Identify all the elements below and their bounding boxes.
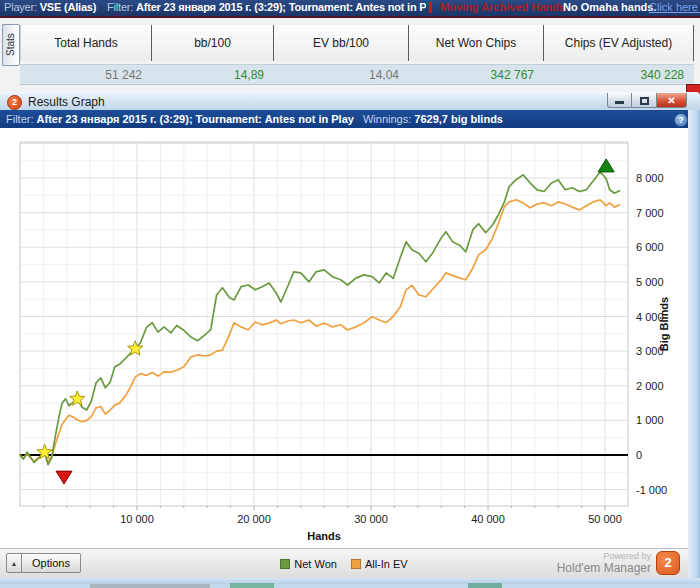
- stat-chips-ev-adjusted: 340 228: [544, 65, 694, 84]
- filter-label: Filter:: [107, 1, 133, 13]
- svg-text:Big Blinds: Big Blinds: [658, 297, 670, 351]
- svg-text:Hands: Hands: [307, 530, 341, 542]
- stats-header-total-hands[interactable]: Total Hands: [20, 25, 152, 61]
- legend-all-in-ev-label: All-In EV: [365, 558, 408, 570]
- svg-text:30 000: 30 000: [354, 513, 388, 525]
- main-window-header: Player: VSE (Alias) Filter: After 23 янв…: [0, 0, 700, 16]
- svg-text:-1 000: -1 000: [636, 484, 667, 496]
- options-button[interactable]: Options: [22, 553, 81, 573]
- powered-by-label: Powered by: [557, 551, 651, 561]
- stats-header-chips-ev-adjusted[interactable]: Chips (EV Adjusted): [544, 25, 694, 61]
- stats-header-bb100[interactable]: bb/100: [152, 25, 274, 61]
- svg-text:8 000: 8 000: [636, 172, 664, 184]
- svg-text:10 000: 10 000: [120, 513, 154, 525]
- stats-header-net-won-chips[interactable]: Net Won Chips: [409, 25, 544, 61]
- graph-bottom-bar: Net Won All-In EV ▲ Options Powered by H…: [0, 548, 688, 579]
- stat-net-won-chips: 342 767: [409, 65, 544, 84]
- graph-filter-value: After 23 января 2015 г. (3:29); Tourname…: [37, 113, 354, 125]
- player-label: Player:: [4, 1, 37, 13]
- player-value: VSE (Alias): [40, 1, 97, 13]
- winnings-value: 7629,7 big blinds: [414, 113, 503, 125]
- winnings-label: Winnings:: [363, 113, 411, 125]
- all-in-ev-swatch-icon: [351, 559, 361, 569]
- svg-text:2 000: 2 000: [636, 380, 664, 392]
- maximize-icon: [640, 97, 649, 105]
- collapse-panel-button[interactable]: ▲: [6, 553, 22, 573]
- warning-text: Moving Archived Hands: [440, 0, 565, 15]
- stats-value-row: 51 242 14,89 14,04 342 767 340 228: [20, 64, 694, 85]
- minimize-icon: [615, 101, 624, 104]
- stats-table: Total Hands bb/100 EV bb/100 Net Won Chi…: [20, 25, 694, 85]
- options-controls: ▲ Options: [6, 553, 81, 573]
- powered-by-block: Powered by Hold'em Manager 2: [557, 551, 680, 575]
- brand-label: Hold'em Manager: [557, 561, 651, 575]
- legend-all-in-ev: All-In EV: [351, 558, 408, 570]
- window-controls: ✕: [607, 93, 687, 108]
- stat-bb100: 14,89: [152, 65, 274, 84]
- stat-ev-bb100: 14,04: [274, 65, 409, 84]
- graph-filter-label: Filter:: [6, 113, 34, 125]
- warning-separator-icon: [429, 2, 432, 13]
- hm2-logo-icon: 2: [656, 551, 680, 575]
- window-right-border: [688, 110, 700, 578]
- svg-text:40 000: 40 000: [471, 513, 505, 525]
- filter-value: After 23 января 2015 г. (3:29); Tourname…: [136, 1, 426, 13]
- stats-panel: Stats Total Hands bb/100 EV bb/100 Net W…: [0, 16, 700, 94]
- click-here-link[interactable]: Click here to: [649, 0, 700, 15]
- window-title: Results Graph: [28, 93, 105, 111]
- desktop-artifact: [230, 583, 274, 588]
- results-chart-svg: 8 0007 0006 0005 0004 0003 0002 0001 000…: [0, 128, 688, 548]
- graph-filter-bar: Filter: After 23 января 2015 г. (3:29); …: [0, 110, 700, 128]
- close-button[interactable]: ✕: [657, 93, 687, 108]
- svg-text:20 000: 20 000: [237, 513, 271, 525]
- svg-text:5 000: 5 000: [636, 276, 664, 288]
- stats-header-ev-bb100[interactable]: EV bb/100: [274, 25, 409, 61]
- svg-text:1 000: 1 000: [636, 414, 664, 426]
- net-won-swatch-icon: [280, 559, 290, 569]
- hm2-window-icon: 2: [7, 95, 22, 110]
- minimize-button[interactable]: [607, 93, 632, 108]
- desktop-artifact: [468, 583, 502, 588]
- stats-tab[interactable]: Stats: [2, 24, 20, 66]
- results-chart: 8 0007 0006 0005 0004 0003 0002 0001 000…: [0, 128, 688, 548]
- legend-net-won: Net Won: [280, 558, 337, 570]
- results-graph-window: 2 Results Graph ✕ Filter: After 23 январ…: [0, 92, 700, 584]
- desktop-artifact: [90, 584, 210, 588]
- svg-text:0: 0: [636, 449, 642, 461]
- maximize-button[interactable]: [632, 93, 657, 108]
- svg-text:50 000: 50 000: [588, 513, 622, 525]
- stats-header-row: Total Hands bb/100 EV bb/100 Net Won Chi…: [20, 25, 694, 61]
- no-omaha-text: No Omaha hands.: [563, 0, 657, 15]
- legend-net-won-label: Net Won: [294, 558, 337, 570]
- help-icon[interactable]: ?: [674, 113, 688, 127]
- player-filter-summary: Player: VSE (Alias) Filter: After 23 янв…: [4, 0, 426, 16]
- svg-text:6 000: 6 000: [636, 241, 664, 253]
- stat-total-hands: 51 242: [20, 65, 152, 84]
- results-graph-titlebar[interactable]: 2 Results Graph ✕: [0, 92, 700, 112]
- svg-text:7 000: 7 000: [636, 207, 664, 219]
